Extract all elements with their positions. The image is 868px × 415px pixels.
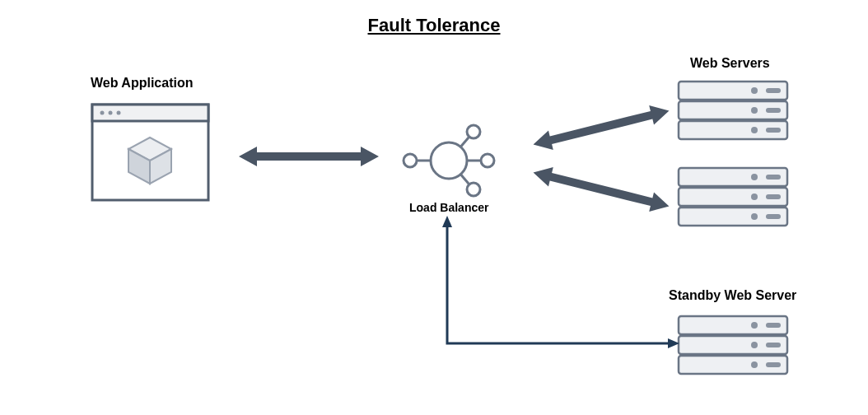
- arrow-lb-standby: [441, 216, 679, 356]
- svg-point-24: [751, 127, 758, 133]
- svg-rect-30: [766, 175, 781, 180]
- node-label-standby: Standby Web Server: [669, 288, 796, 303]
- svg-rect-23: [766, 108, 781, 113]
- svg-point-4: [117, 111, 121, 115]
- server-stack-icon: [675, 78, 791, 144]
- node-label-web-app: Web Application: [91, 76, 193, 91]
- svg-point-42: [751, 361, 758, 368]
- web-app-icon: [91, 103, 210, 202]
- svg-point-20: [751, 87, 758, 94]
- svg-point-22: [751, 107, 758, 114]
- server-stack-icon: [675, 313, 791, 379]
- node-label-web-servers: Web Servers: [690, 56, 770, 71]
- svg-marker-48: [668, 338, 679, 348]
- svg-point-15: [467, 125, 480, 138]
- svg-rect-25: [766, 128, 781, 133]
- arrow-webapp-lb: [239, 144, 379, 169]
- svg-marker-47: [442, 216, 452, 227]
- server-stack-icon: [675, 165, 791, 231]
- svg-marker-45: [531, 101, 672, 154]
- svg-rect-43: [766, 362, 781, 367]
- svg-marker-44: [239, 147, 379, 166]
- arrow-lb-servers-1: [531, 99, 671, 156]
- svg-point-12: [431, 142, 467, 179]
- svg-rect-21: [766, 88, 781, 93]
- svg-point-31: [751, 194, 758, 200]
- node-label-load-balancer: Load Balancer: [409, 201, 488, 214]
- svg-rect-39: [766, 323, 781, 328]
- svg-rect-41: [766, 343, 781, 347]
- svg-marker-46: [531, 163, 672, 216]
- svg-point-40: [751, 342, 758, 348]
- diagram-title: Fault Tolerance: [0, 15, 868, 36]
- svg-point-38: [751, 322, 758, 329]
- svg-point-3: [109, 111, 113, 115]
- svg-point-13: [404, 154, 417, 167]
- svg-point-33: [751, 213, 758, 220]
- diagram-canvas: Fault Tolerance Web Application Web Serv…: [0, 0, 868, 415]
- svg-point-29: [751, 174, 758, 180]
- load-balancer-icon: [387, 119, 511, 202]
- svg-point-2: [100, 111, 105, 115]
- svg-point-14: [481, 154, 494, 167]
- arrow-lb-servers-2: [531, 161, 671, 218]
- svg-point-16: [467, 183, 480, 196]
- svg-rect-32: [766, 194, 781, 199]
- svg-rect-34: [766, 214, 781, 219]
